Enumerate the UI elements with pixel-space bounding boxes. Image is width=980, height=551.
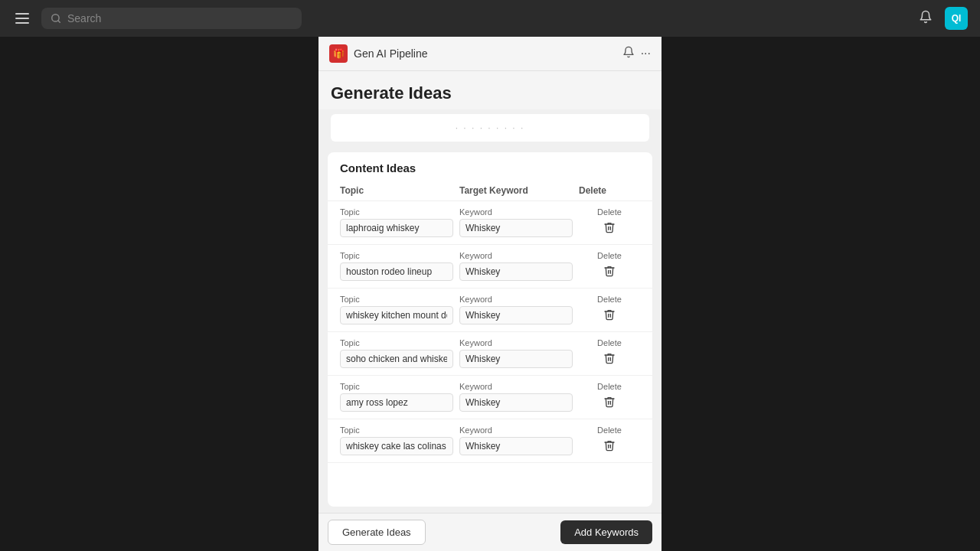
topic-label-4: Topic <box>340 382 453 391</box>
hamburger-button[interactable] <box>12 10 32 27</box>
topic-label-0: Topic <box>340 207 453 217</box>
page-title: Generate Ideas <box>331 83 649 103</box>
rows-container: Topic Keyword Delete <box>328 201 652 507</box>
content-ideas-card: Content Ideas Topic Target Keyword Delet… <box>328 152 652 507</box>
generate-ideas-button[interactable]: Generate Ideas <box>328 520 426 545</box>
panel-header: 🎁 Gen AI Pipeline ··· <box>318 37 662 71</box>
topic-input-2[interactable] <box>340 306 453 324</box>
topic-field-group-3: Topic <box>340 338 459 368</box>
panel-title-row: 🎁 Gen AI Pipeline <box>329 44 428 63</box>
col-header-topic: Topic <box>340 185 459 196</box>
topic-input-5[interactable] <box>340 437 453 455</box>
delete-button-4[interactable] <box>601 393 618 412</box>
trash-icon-1 <box>603 265 616 277</box>
table-row: Topic Keyword Delete <box>328 289 652 332</box>
table-header-row: Topic Target Keyword Delete <box>328 181 652 201</box>
topic-field-group-2: Topic <box>340 295 459 324</box>
trash-icon-2 <box>603 308 616 321</box>
topic-label-1: Topic <box>340 251 453 260</box>
delete-label-1: Delete <box>597 251 622 260</box>
keyword-input-5[interactable] <box>459 437 573 455</box>
delete-group-5: Delete <box>579 425 640 456</box>
delete-group-2: Delete <box>579 295 640 325</box>
keyword-label-3: Keyword <box>459 338 573 347</box>
page-title-section: Generate Ideas <box>318 71 662 109</box>
keyword-label-2: Keyword <box>459 295 573 304</box>
keyword-field-group-5: Keyword <box>459 425 579 455</box>
search-icon <box>51 13 61 24</box>
trash-icon-4 <box>603 396 616 408</box>
trash-icon-5 <box>603 439 616 452</box>
delete-group-3: Delete <box>579 338 640 369</box>
footer-bar: Generate Ideas Add Keywords <box>318 513 662 551</box>
delete-group-0: Delete <box>579 207 640 238</box>
topic-label-2: Topic <box>340 295 453 304</box>
card-header: Content Ideas <box>328 152 652 181</box>
keyword-input-1[interactable] <box>459 262 573 281</box>
search-bar <box>41 8 302 29</box>
add-keywords-button[interactable]: Add Keywords <box>560 520 652 544</box>
scroll-hint-text: · · · · · · · · · <box>456 122 525 133</box>
trash-icon-0 <box>603 221 616 233</box>
keyword-input-2[interactable] <box>459 306 573 324</box>
topic-label-5: Topic <box>340 425 453 435</box>
table-row: Topic Keyword Delete <box>328 419 652 463</box>
delete-label-5: Delete <box>597 425 622 435</box>
scroll-hint-box: · · · · · · · · · <box>331 114 649 142</box>
delete-button-5[interactable] <box>601 437 618 456</box>
scroll-hint-area: · · · · · · · · · <box>318 109 662 146</box>
keyword-input-3[interactable] <box>459 350 573 368</box>
keyword-field-group-0: Keyword <box>459 207 579 237</box>
search-input[interactable] <box>67 12 292 24</box>
delete-label-2: Delete <box>597 295 622 304</box>
keyword-field-group-3: Keyword <box>459 338 579 368</box>
topic-field-group-4: Topic <box>340 382 459 412</box>
bell-icon-small <box>622 46 635 58</box>
delete-group-4: Delete <box>579 382 640 412</box>
keyword-input-4[interactable] <box>459 393 573 412</box>
svg-line-1 <box>58 21 60 23</box>
topic-field-group-5: Topic <box>340 425 459 455</box>
app-container: QI 🎁 Gen AI Pipeline ··· Generate Idea <box>0 0 980 551</box>
col-header-delete: Delete <box>579 185 640 196</box>
delete-button-1[interactable] <box>601 262 618 282</box>
topic-input-1[interactable] <box>340 262 453 281</box>
panel-bell-button[interactable] <box>622 46 635 61</box>
content-panel: 🎁 Gen AI Pipeline ··· Generate Ideas · ·… <box>318 37 662 551</box>
delete-button-2[interactable] <box>601 306 618 325</box>
panel-title: Gen AI Pipeline <box>354 47 428 60</box>
avatar: QI <box>945 7 968 30</box>
keyword-field-group-2: Keyword <box>459 295 579 324</box>
topic-input-3[interactable] <box>340 350 453 368</box>
delete-button-3[interactable] <box>601 350 618 369</box>
delete-group-1: Delete <box>579 251 640 282</box>
keyword-field-group-1: Keyword <box>459 251 579 281</box>
delete-label-4: Delete <box>597 382 622 391</box>
topic-field-group-1: Topic <box>340 251 459 281</box>
table-row: Topic Keyword Delete <box>328 376 652 419</box>
top-nav: QI <box>0 0 980 37</box>
keyword-label-1: Keyword <box>459 251 573 260</box>
panel-actions: ··· <box>622 46 651 61</box>
delete-label-0: Delete <box>597 207 622 217</box>
topic-input-0[interactable] <box>340 219 453 237</box>
panel-more-button[interactable]: ··· <box>641 47 651 60</box>
keyword-field-group-4: Keyword <box>459 382 579 412</box>
topic-label-3: Topic <box>340 338 453 347</box>
keyword-label-5: Keyword <box>459 425 573 435</box>
keyword-input-0[interactable] <box>459 219 573 237</box>
delete-button-0[interactable] <box>601 219 618 238</box>
table-row: Topic Keyword Delete <box>328 245 652 289</box>
topic-input-4[interactable] <box>340 393 453 412</box>
pipeline-icon: 🎁 <box>329 44 348 63</box>
trash-icon-3 <box>603 352 616 364</box>
table-row: Topic Keyword Delete <box>328 332 652 376</box>
topic-field-group-0: Topic <box>340 207 459 237</box>
bell-icon <box>919 10 933 24</box>
col-header-keyword: Target Keyword <box>459 185 579 196</box>
notifications-button[interactable] <box>916 7 936 31</box>
keyword-label-0: Keyword <box>459 207 573 217</box>
table-row: Topic Keyword Delete <box>328 201 652 245</box>
keyword-label-4: Keyword <box>459 382 573 391</box>
delete-label-3: Delete <box>597 338 622 347</box>
